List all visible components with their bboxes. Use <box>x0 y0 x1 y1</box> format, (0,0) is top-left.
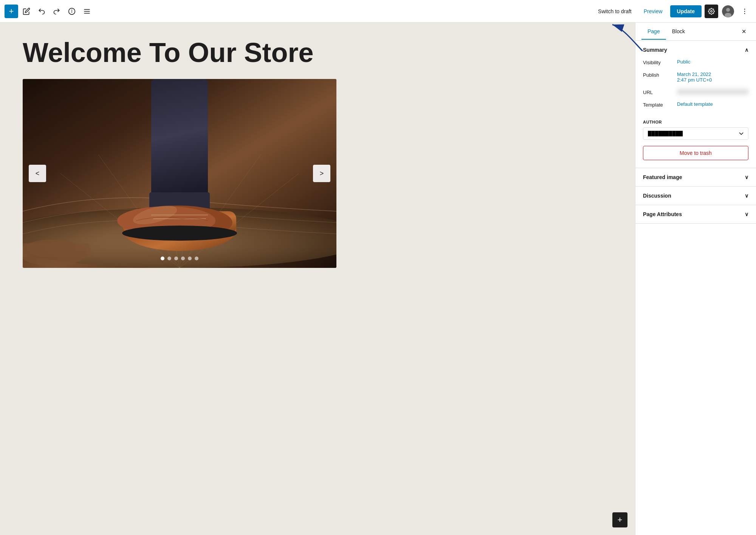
info-icon <box>68 8 76 15</box>
slider-dot-2[interactable] <box>167 257 171 260</box>
slider-dot-5[interactable] <box>188 257 192 260</box>
svg-point-8 <box>726 8 730 12</box>
preview-button[interactable]: Preview <box>639 6 667 17</box>
main-layout: Welcome To Our Store <box>0 23 756 535</box>
url-row: URL <box>643 89 748 95</box>
image-slider: < > <box>23 79 336 268</box>
visibility-label: Visibility <box>643 59 677 65</box>
slider-dot-4[interactable] <box>181 257 185 260</box>
undo-icon <box>38 8 45 15</box>
author-select[interactable]: ██████████ <box>643 127 748 140</box>
featured-image-section: Featured image ∨ <box>635 168 756 187</box>
featured-image-label: Featured image <box>643 174 682 180</box>
url-label: URL <box>643 89 677 95</box>
visibility-value[interactable]: Public <box>677 59 748 65</box>
vertical-dots-icon <box>741 8 748 15</box>
avatar <box>722 5 734 17</box>
discussion-label: Discussion <box>643 193 671 199</box>
discussion-section: Discussion ∨ <box>635 187 756 205</box>
template-label: Template <box>643 101 677 108</box>
toolbar-right: Switch to draft Preview Update <box>593 5 751 18</box>
sidebar-tabs: Page Block × <box>635 23 756 41</box>
slider-dots <box>161 257 198 260</box>
edit-icon <box>23 8 30 15</box>
tab-page[interactable]: Page <box>641 24 666 40</box>
page-title: Welcome To Our Store <box>23 38 612 68</box>
svg-point-9 <box>725 13 731 17</box>
editor-area: Welcome To Our Store <box>0 23 635 535</box>
slider-dot-6[interactable] <box>195 257 198 260</box>
summary-section-header[interactable]: Summary ∧ <box>635 41 756 59</box>
svg-point-11 <box>744 11 745 12</box>
publish-value[interactable]: March 21, 2022 2:47 pm UTC+0 <box>677 71 748 83</box>
edit-icon-button[interactable] <box>20 5 33 18</box>
toolbar-left: + <box>5 5 593 18</box>
update-button[interactable]: Update <box>670 5 702 17</box>
page-attributes-chevron: ∨ <box>745 211 748 217</box>
add-block-button[interactable]: + <box>5 5 18 18</box>
publish-label: Publish <box>643 71 677 78</box>
settings-button[interactable] <box>705 5 718 18</box>
sidebar-close-button[interactable]: × <box>738 26 750 38</box>
featured-image-chevron: ∨ <box>745 174 748 180</box>
template-row: Template Default template <box>643 101 748 108</box>
page-attributes-header[interactable]: Page Attributes ∨ <box>635 205 756 223</box>
publish-row: Publish March 21, 2022 2:47 pm UTC+0 <box>643 71 748 83</box>
slider-dot-1[interactable] <box>161 257 164 260</box>
svg-point-23 <box>122 226 237 241</box>
gear-icon <box>708 8 715 15</box>
svg-point-10 <box>744 8 745 9</box>
sidebar: Page Block × Summary ∧ Visibility Public… <box>635 23 756 535</box>
list-view-button[interactable] <box>80 5 94 18</box>
slider-prev-button[interactable]: < <box>29 165 46 182</box>
summary-label: Summary <box>643 47 667 53</box>
template-value[interactable]: Default template <box>677 101 748 107</box>
redo-button[interactable] <box>50 5 64 18</box>
author-label: AUTHOR <box>643 120 748 124</box>
slider-next-button[interactable]: > <box>313 165 330 182</box>
discussion-chevron: ∨ <box>745 193 748 199</box>
move-to-trash-button[interactable]: Move to trash <box>643 146 748 160</box>
url-value <box>677 89 748 95</box>
discussion-header[interactable]: Discussion ∨ <box>635 187 756 205</box>
redo-icon <box>53 8 60 15</box>
summary-content: Visibility Public Publish March 21, 2022… <box>635 59 756 120</box>
svg-rect-16 <box>151 79 208 200</box>
add-block-bottom-button[interactable]: + <box>612 512 627 527</box>
summary-chevron: ∧ <box>745 47 748 53</box>
featured-image-header[interactable]: Featured image ∨ <box>635 168 756 186</box>
visibility-row: Visibility Public <box>643 59 748 65</box>
user-avatar-icon <box>722 5 734 17</box>
toolbar: + <box>0 0 756 23</box>
svg-rect-25 <box>23 243 91 257</box>
svg-point-6 <box>711 10 713 12</box>
slider-dot-3[interactable] <box>174 257 178 260</box>
summary-section: Summary ∧ Visibility Public Publish Marc… <box>635 41 756 168</box>
svg-point-12 <box>744 13 745 14</box>
avatar-button[interactable] <box>721 5 735 18</box>
more-options-button[interactable] <box>738 5 751 18</box>
switch-to-draft-button[interactable]: Switch to draft <box>593 6 636 17</box>
author-wrapper: AUTHOR ██████████ <box>635 120 756 146</box>
undo-button[interactable] <box>35 5 48 18</box>
page-attributes-label: Page Attributes <box>643 211 682 217</box>
slider-image: < > <box>23 79 336 268</box>
page-attributes-section: Page Attributes ∨ <box>635 205 756 224</box>
slider-scene-svg <box>23 79 336 268</box>
info-button[interactable] <box>65 5 79 18</box>
list-icon <box>83 8 91 15</box>
tab-block[interactable]: Block <box>666 24 691 40</box>
